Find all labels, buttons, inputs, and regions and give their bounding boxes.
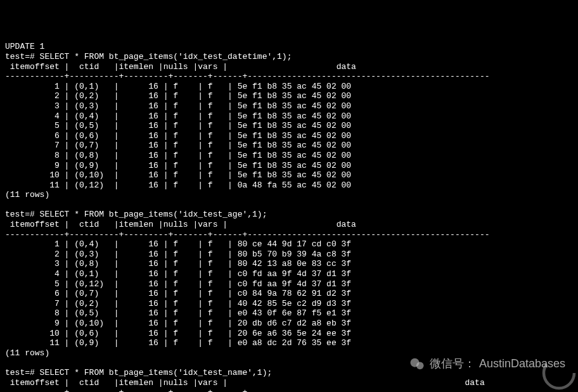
terminal-output[interactable]: UPDATE 1 test=# SELECT * FROM bt_page_it… [5, 42, 573, 392]
